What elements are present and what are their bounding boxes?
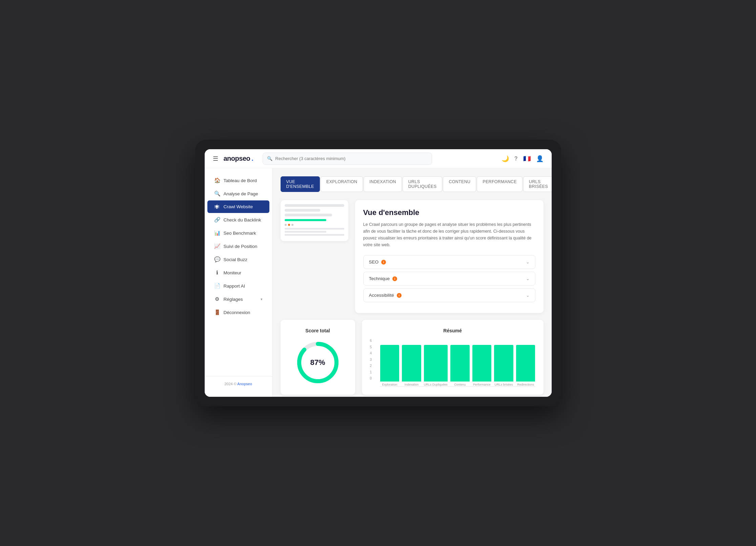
preview-bar-1	[285, 204, 344, 207]
sidebar-label-0: Tableau de Bord	[224, 178, 257, 183]
preview-line-3	[285, 234, 344, 236]
search-icon: 🔍	[267, 156, 272, 161]
dark-mode-icon[interactable]: 🌙	[502, 155, 509, 162]
preview-dot-3	[291, 224, 293, 226]
overview-description: Le Crawl parcours un groupe de pages et …	[363, 221, 535, 248]
y-label-1: 1	[370, 370, 372, 374]
sidebar-label-6: Social Buzz	[224, 257, 248, 262]
sidebar-item-check-du-backlink[interactable]: 🔗 Check du Backlink	[207, 213, 269, 226]
donut-chart: 87%	[294, 339, 342, 386]
accordion-info-2: i	[397, 293, 402, 298]
logo-text: anopseo	[224, 155, 250, 162]
y-label-0: 0	[370, 376, 372, 380]
score-value: 87%	[310, 358, 325, 367]
bar-label-1: Indexation	[405, 383, 419, 386]
score-card: Score total 87%	[281, 320, 355, 395]
sidebar-icon-8: 📄	[214, 283, 220, 289]
preview-bar-2	[285, 209, 321, 212]
preview-dots	[285, 224, 344, 226]
preview-card	[281, 200, 348, 241]
sidebar-label-2: Crawl Website	[224, 204, 253, 209]
bar-1	[402, 345, 421, 382]
bar-0	[380, 345, 400, 382]
chart-title: Résumé	[370, 328, 535, 333]
app-window: ☰ anopseo. 🔍 🌙 ? 🇫🇷 👤 🏠 Tableau de Bord	[205, 149, 552, 397]
sidebar-icon-0: 🏠	[214, 177, 220, 183]
header: ☰ anopseo. 🔍 🌙 ? 🇫🇷 👤	[205, 149, 552, 168]
preview-dot-1	[285, 224, 287, 226]
overview-panel: Vue d'ensemble Le Crawl parcours un grou…	[355, 200, 544, 313]
sidebar-item-social-buzz[interactable]: 💬 Social Buzz	[207, 253, 269, 266]
device-frame: ☰ anopseo. 🔍 🌙 ? 🇫🇷 👤 🏠 Tableau de Bord	[195, 140, 561, 406]
tab-urls-brisées[interactable]: URLS BRISÉES	[523, 176, 552, 192]
main-layout: 🏠 Tableau de Bord 🔍 Analyse de Page 🕷 Cr…	[205, 168, 552, 397]
sidebar-icon-1: 🔍	[214, 191, 220, 197]
sidebar-icon-7: ℹ	[214, 270, 220, 276]
accordion-label-1: Technique	[369, 276, 390, 281]
bar-group-2: URLs Dupliquées	[424, 345, 448, 386]
tab-performance[interactable]: PERFORMANCE	[477, 176, 523, 192]
main-content: VUE D'ENSEMBLEEXPLORATIONINDEXATIONURLS …	[272, 168, 552, 397]
bar-group-4: Performance	[472, 345, 492, 386]
bar-label-6: Redirections	[517, 383, 534, 386]
preview-line-2	[285, 231, 326, 233]
sidebar-item-réglages[interactable]: ⚙ Réglages ▾	[207, 293, 269, 306]
score-title: Score total	[305, 328, 330, 333]
tab-vue-d'ensemble[interactable]: VUE D'ENSEMBLE	[281, 176, 320, 192]
header-actions: 🌙 ? 🇫🇷 👤	[502, 155, 544, 162]
sidebar-item-analyse-de-page[interactable]: 🔍 Analyse de Page	[207, 187, 269, 200]
search-bar[interactable]: 🔍	[263, 153, 432, 165]
accordion-item-technique[interactable]: Technique i ⌄	[363, 272, 535, 286]
sidebar-item-crawl-website[interactable]: 🕷 Crawl Website	[207, 200, 269, 213]
bar-group-3: Contenu	[450, 345, 470, 386]
tab-exploration[interactable]: EXPLORATION	[321, 176, 363, 192]
sidebar-item-déconnexion[interactable]: 🚪 Déconnexion	[207, 306, 269, 319]
accordion-container: SEO i ⌄ Technique i ⌄ Accessibilité i ⌄	[363, 255, 535, 302]
bar-6	[516, 345, 535, 382]
help-icon[interactable]: ?	[514, 156, 518, 162]
preview-line-1	[285, 228, 344, 230]
tabs-bar: VUE D'ENSEMBLEEXPLORATIONINDEXATIONURLS …	[281, 176, 544, 192]
y-label-3: 3	[370, 358, 372, 362]
copyright-link[interactable]: Anopseo	[237, 382, 252, 386]
sidebar-icon-6: 💬	[214, 256, 220, 262]
tab-urls-dupliquées[interactable]: URLS DUPLIQUÉES	[403, 176, 443, 192]
bar-5	[494, 345, 513, 382]
sidebar-item-moniteur[interactable]: ℹ Moniteur	[207, 266, 269, 279]
bar-label-4: Performance	[473, 383, 491, 386]
accordion-chevron-2: ⌄	[526, 293, 530, 298]
accordion-chevron-1: ⌄	[526, 276, 530, 281]
menu-icon[interactable]: ☰	[213, 155, 218, 162]
preview-bar-3	[285, 214, 332, 216]
preview-lines	[285, 228, 344, 236]
bar-3	[450, 345, 470, 382]
bar-group-0: Exploration	[380, 345, 400, 386]
sidebar-item-suivi-de-position[interactable]: 📈 Suivi de Position	[207, 240, 269, 253]
sidebar-item-tableau-de-bord[interactable]: 🏠 Tableau de Bord	[207, 174, 269, 187]
sidebar-icon-2: 🕷	[214, 204, 220, 210]
sidebar-label-10: Déconnexion	[224, 310, 250, 315]
search-input[interactable]	[275, 156, 428, 161]
sidebar-chevron-9: ▾	[261, 297, 263, 301]
accordion-item-accessibilité[interactable]: Accessibilité i ⌄	[363, 288, 535, 302]
accordion-info-0: i	[381, 260, 386, 265]
accordion-item-seo[interactable]: SEO i ⌄	[363, 255, 535, 269]
sidebar-footer: 2024 © Anopseo	[205, 376, 272, 391]
flag-icon[interactable]: 🇫🇷	[523, 155, 531, 162]
user-icon[interactable]: 👤	[536, 155, 544, 162]
sidebar-icon-4: 📊	[214, 230, 220, 236]
tab-contenu[interactable]: CONTENU	[443, 176, 476, 192]
bar-label-5: URLs brisées	[494, 383, 513, 386]
bar-2	[424, 345, 448, 382]
tab-indexation[interactable]: INDEXATION	[364, 176, 402, 192]
sidebar-label-5: Suivi de Position	[224, 244, 258, 249]
sidebar-label-1: Analyse de Page	[224, 191, 258, 196]
sidebar-icon-10: 🚪	[214, 309, 220, 315]
sidebar-item-rapport-ai[interactable]: 📄 Rapport AI	[207, 279, 269, 292]
preview-accent	[285, 219, 326, 221]
chart-x-axis-line	[380, 386, 535, 387]
bar-group-5: URLs brisées	[494, 345, 513, 386]
sidebar-item-seo-benchmark[interactable]: 📊 Seo Benchmark	[207, 227, 269, 239]
y-label-6: 6	[370, 339, 372, 343]
accordion-info-1: i	[392, 276, 397, 281]
